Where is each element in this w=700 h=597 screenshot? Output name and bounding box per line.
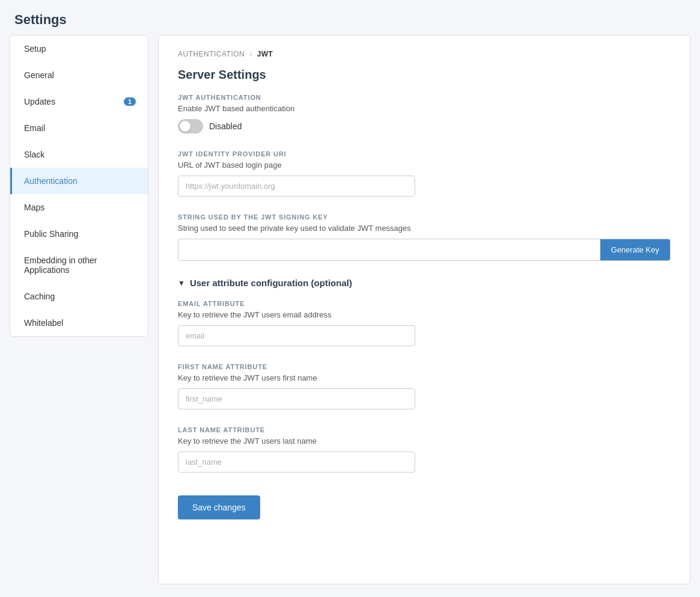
sidebar-item-label: Public Sharing bbox=[24, 229, 78, 239]
sidebar-item-label: Updates bbox=[24, 97, 55, 106]
sidebar-badge: 1 bbox=[124, 97, 136, 106]
sidebar-item-email[interactable]: Email bbox=[10, 115, 148, 141]
sidebar-item-whitelabel[interactable]: Whitelabel bbox=[10, 310, 148, 336]
jwt-toggle[interactable] bbox=[178, 119, 203, 133]
signing-key-input[interactable] bbox=[178, 239, 600, 260]
last-name-attr-desc: Key to retrieve the JWT users last name bbox=[178, 436, 671, 445]
last-name-attr-group: LAST NAME ATTRIBUTE Key to retrieve the … bbox=[178, 426, 671, 473]
sidebar-item-slack[interactable]: Slack bbox=[10, 141, 148, 168]
sidebar-item-caching[interactable]: Caching bbox=[10, 283, 148, 310]
last-name-attr-label: LAST NAME ATTRIBUTE bbox=[178, 426, 671, 433]
user-config-section[interactable]: ▼ User attribute configuration (optional… bbox=[178, 278, 671, 288]
first-name-attr-input[interactable] bbox=[178, 388, 415, 409]
save-changes-button[interactable]: Save changes bbox=[178, 495, 260, 519]
jwt-auth-label: JWT AUTHENTICATION bbox=[178, 94, 671, 101]
identity-provider-label: JWT IDENTITY PROVIDER URI bbox=[178, 150, 671, 158]
sidebar-item-authentication[interactable]: Authentication bbox=[10, 168, 148, 194]
main-content: AUTHENTICATION › JWT Server Settings JWT… bbox=[158, 35, 690, 584]
identity-provider-desc: URL of JWT based login page bbox=[178, 161, 671, 170]
sidebar-item-label: Slack bbox=[24, 150, 44, 159]
sidebar-item-label: Embedding in other Applications bbox=[24, 256, 136, 275]
sidebar-item-label: Email bbox=[24, 123, 45, 133]
signing-key-input-row: Generate Key bbox=[178, 239, 671, 261]
user-config-title: User attribute configuration (optional) bbox=[190, 278, 352, 288]
generate-key-button[interactable]: Generate Key bbox=[600, 239, 670, 260]
identity-provider-group: JWT IDENTITY PROVIDER URI URL of JWT bas… bbox=[178, 150, 671, 197]
first-name-attr-label: FIRST NAME ATTRIBUTE bbox=[178, 363, 671, 370]
identity-provider-input[interactable] bbox=[178, 176, 415, 197]
sidebar-item-label: Caching bbox=[24, 292, 55, 301]
signing-key-desc: String used to seed the private key used… bbox=[178, 224, 671, 233]
sidebar-item-label: Whitelabel bbox=[24, 318, 63, 328]
sidebar: SetupGeneralUpdates1EmailSlackAuthentica… bbox=[10, 35, 148, 337]
sidebar-item-general[interactable]: General bbox=[10, 62, 148, 88]
sidebar-item-public-sharing[interactable]: Public Sharing bbox=[10, 221, 148, 247]
breadcrumb-current: JWT bbox=[257, 50, 273, 58]
signing-key-label: STRING USED BY THE JWT SIGNING KEY bbox=[178, 213, 671, 221]
email-attr-group: EMAIL ATTRIBUTE Key to retrieve the JWT … bbox=[178, 300, 671, 346]
page-title: Settings bbox=[0, 0, 700, 35]
sidebar-item-label: Authentication bbox=[24, 176, 78, 186]
toggle-label: Disabled bbox=[209, 121, 242, 131]
signing-key-group: STRING USED BY THE JWT SIGNING KEY Strin… bbox=[178, 213, 671, 261]
sidebar-item-label: Maps bbox=[24, 203, 44, 212]
jwt-auth-group: JWT AUTHENTICATION Enable JWT based auth… bbox=[178, 94, 671, 133]
jwt-auth-desc: Enable JWT based authentication bbox=[178, 104, 671, 113]
sidebar-item-updates[interactable]: Updates1 bbox=[10, 88, 148, 115]
first-name-attr-group: FIRST NAME ATTRIBUTE Key to retrieve the… bbox=[178, 363, 671, 409]
email-attr-desc: Key to retrieve the JWT users email addr… bbox=[178, 310, 671, 319]
sidebar-item-label: General bbox=[24, 70, 54, 80]
email-attr-input[interactable] bbox=[178, 325, 415, 346]
toggle-row: Disabled bbox=[178, 119, 671, 133]
sidebar-item-setup[interactable]: Setup bbox=[10, 35, 148, 62]
section-title: Server Settings bbox=[178, 68, 671, 82]
sidebar-item-embedding[interactable]: Embedding in other Applications bbox=[10, 247, 148, 283]
chevron-icon: › bbox=[249, 50, 252, 58]
first-name-attr-desc: Key to retrieve the JWT users first name bbox=[178, 373, 671, 382]
breadcrumb: AUTHENTICATION › JWT bbox=[178, 50, 671, 58]
sidebar-item-maps[interactable]: Maps bbox=[10, 194, 148, 221]
sidebar-item-label: Setup bbox=[24, 44, 46, 54]
breadcrumb-parent: AUTHENTICATION bbox=[178, 50, 245, 58]
collapse-arrow-icon: ▼ bbox=[178, 279, 185, 287]
email-attr-label: EMAIL ATTRIBUTE bbox=[178, 300, 671, 307]
last-name-attr-input[interactable] bbox=[178, 452, 415, 473]
